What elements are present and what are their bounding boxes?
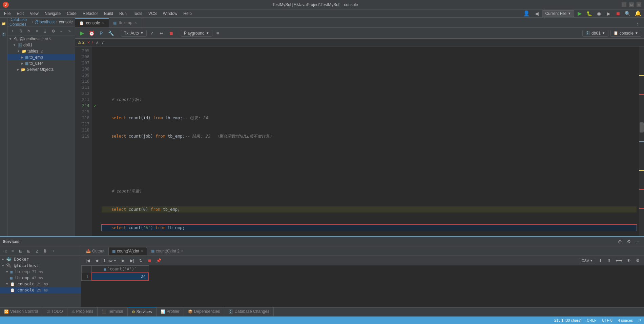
tx-mode-dropdown[interactable]: Tx: Auto ▼ — [121, 30, 147, 37]
tree-add-button[interactable]: ＋ — [9, 27, 16, 35]
param-button[interactable]: P — [97, 29, 105, 37]
services-tb-emp-query[interactable]: ▦ tb_emp 47 ms — [0, 275, 81, 281]
row-select-dropdown[interactable]: 1 row ▼ — [102, 258, 118, 263]
menu-tools[interactable]: Tools — [130, 11, 145, 17]
compare-button[interactable]: ⬅➡ — [614, 257, 624, 264]
run-button[interactable]: ▶ — [576, 9, 584, 18]
bottom-tab-dependencies[interactable]: 📦 Dependencies — [184, 307, 225, 316]
code-content[interactable]: # count(字段) select count(id) from tb_emp… — [99, 46, 639, 236]
services-tree-add-button[interactable]: ＋ — [49, 247, 57, 255]
tree-tb-emp-node[interactable]: ▶ ▦ tb_emp — [7, 54, 75, 60]
stop-button[interactable]: ⏹ — [614, 9, 622, 18]
down-arrow-btn[interactable]: ∨ — [101, 40, 104, 45]
scroll-thumb[interactable] — [640, 122, 644, 133]
result-tab-count-0[interactable]: ▦ count(0):int 2 ✕ — [148, 247, 187, 255]
bottom-tab-profiler[interactable]: 📊 Profiler — [157, 307, 184, 316]
results-refresh-button[interactable]: ↻ — [137, 257, 145, 264]
rollback-button[interactable]: ↩ — [158, 29, 166, 37]
close-button[interactable]: ✕ — [637, 2, 641, 7]
tree-collapse-button[interactable]: − — [58, 27, 65, 35]
tab-console[interactable]: 📋 console ✕ — [75, 18, 109, 27]
db-selector[interactable]: 🗄️ db01 ▼ — [582, 30, 608, 37]
menu-run[interactable]: Run — [117, 11, 129, 17]
services-tree-align-button[interactable]: ≡ — [9, 247, 16, 255]
tree-more-button[interactable]: ⤓ — [41, 27, 49, 35]
copy-button[interactable]: ⬆ — [605, 257, 613, 264]
debug-button[interactable]: 🐛 — [585, 9, 594, 18]
tree-filter-button[interactable]: ≡ — [33, 27, 41, 35]
code-editor[interactable]: 205 206 207 208 209 210 211 212 213 214 … — [75, 46, 644, 236]
more-tabs-button[interactable]: ⋮ — [633, 19, 641, 27]
bottom-tab-terminal[interactable]: ⬛ Terminal — [98, 307, 127, 316]
services-tb-emp-group[interactable]: ▼ ▦ tb_emp 77 ms — [0, 269, 81, 275]
count-0-close[interactable]: ✕ — [181, 249, 184, 253]
results-pin-button[interactable]: 📌 — [155, 257, 163, 264]
result-tab-count-a[interactable]: ▦ count('A'):int ✕ — [108, 247, 147, 255]
project-icon[interactable]: 📁 — [0, 19, 8, 28]
forward-button[interactable]: ▶ — [604, 9, 612, 18]
search-button[interactable]: 🔍 — [623, 9, 632, 18]
results-first-button[interactable]: |◀ — [84, 257, 91, 264]
tree-refresh-button[interactable]: ↻ — [25, 27, 33, 35]
results-prev-button[interactable]: ◀ — [93, 257, 100, 264]
menu-code[interactable]: Code — [64, 11, 79, 17]
services-docker-node[interactable]: ▶ 🐳 Docker — [0, 256, 81, 262]
maximize-button[interactable]: □ — [629, 2, 634, 7]
console-tab-close[interactable]: ✕ — [102, 21, 105, 25]
services-localhost-node[interactable]: ▼ 🔌 @localhost — [0, 262, 81, 269]
tb-emp-tab-close[interactable]: ✕ — [134, 21, 137, 25]
results-toggle-button[interactable]: ≡ — [214, 29, 222, 37]
tree-localhost-node[interactable]: ▼ 🔌 @localhost 1 of 5 — [7, 36, 75, 42]
tree-server-objects-node[interactable]: ▶ 📂 Server Objects — [7, 66, 75, 73]
results-stop-button[interactable]: ⏹ — [146, 257, 153, 264]
menu-edit[interactable]: Edit — [14, 11, 26, 17]
results-settings-button[interactable]: ⚙ — [634, 257, 641, 264]
menu-build[interactable]: Build — [101, 11, 116, 17]
view-button[interactable]: 👁 — [625, 257, 632, 264]
tree-tb-user-node[interactable]: ▶ ▦ tb_user — [7, 60, 75, 66]
count-a-close[interactable]: ✕ — [141, 249, 143, 253]
format-button[interactable]: 🔧 — [107, 29, 115, 37]
results-next-button[interactable]: ▶ — [120, 257, 127, 264]
menu-vcs[interactable]: VCS — [146, 11, 160, 17]
bottom-tab-services[interactable]: ⚙ Services — [128, 307, 157, 316]
bottom-tab-db-changes[interactable]: 🗄️ Database Changes — [224, 307, 274, 316]
minimize-button[interactable]: — — [622, 2, 626, 7]
services-expand-button[interactable]: ⊕ — [616, 238, 624, 245]
services-tree-group-button[interactable]: ⊞ — [25, 247, 33, 255]
up-arrow-btn[interactable]: ∧ — [96, 40, 99, 45]
editor-scrollbar[interactable] — [639, 46, 644, 236]
execute-button[interactable]: ▶ — [78, 29, 86, 37]
schedule-button[interactable]: ⏰ — [87, 29, 96, 37]
breadcrumb-database-consoles[interactable]: Database Consoles — [9, 18, 30, 27]
result-tab-output[interactable]: 📤 Output — [83, 247, 108, 255]
menu-window[interactable]: Window — [160, 11, 180, 17]
coverage-button[interactable]: ◉ — [595, 9, 603, 18]
tree-copy-button[interactable]: ⎘ — [17, 27, 24, 35]
account-button[interactable]: 👤 — [522, 9, 531, 18]
services-tree-filter-button[interactable]: ⊿ — [33, 247, 41, 255]
playground-dropdown[interactable]: Playground ▼ — [181, 30, 212, 37]
results-last-button[interactable]: ▶| — [128, 257, 136, 264]
menu-navigate[interactable]: Navigate — [42, 11, 63, 17]
menu-view[interactable]: View — [27, 11, 41, 17]
notification-button[interactable]: 🔔 — [633, 9, 643, 18]
services-settings-button[interactable]: ⚙ — [625, 238, 632, 245]
tree-tables-node[interactable]: ▼ 📁 tables 2 — [7, 48, 75, 54]
tree-db01-node[interactable]: ▼ 🗄️ db01 — [7, 42, 75, 48]
stop-execute-button[interactable]: ⏹ — [167, 29, 175, 37]
export-button[interactable]: ⬇ — [597, 257, 604, 264]
console-selector[interactable]: 📋 console ▼ — [610, 30, 641, 37]
tab-tb-emp[interactable]: ▦ tb_emp ✕ — [109, 18, 141, 27]
menu-refactor[interactable]: Refactor — [80, 11, 101, 17]
services-tree-sort-button[interactable]: ⇅ — [41, 247, 49, 255]
back-button[interactable]: ◀ — [533, 9, 541, 18]
services-tree-collapse-button[interactable]: ⊟ — [17, 247, 24, 255]
services-console-selected[interactable]: 📋 console 29 ms — [0, 287, 81, 293]
bottom-tab-todo[interactable]: ☑ TODO — [42, 307, 67, 316]
services-minimize-button[interactable]: − — [634, 238, 641, 245]
services-console-group[interactable]: ▼ 📋 console 29 ms — [0, 281, 81, 287]
commit-button[interactable]: ✓ — [148, 29, 156, 37]
tree-settings-button[interactable]: ⚙ — [49, 27, 57, 35]
tree-expand-more-button[interactable]: » — [66, 27, 73, 35]
